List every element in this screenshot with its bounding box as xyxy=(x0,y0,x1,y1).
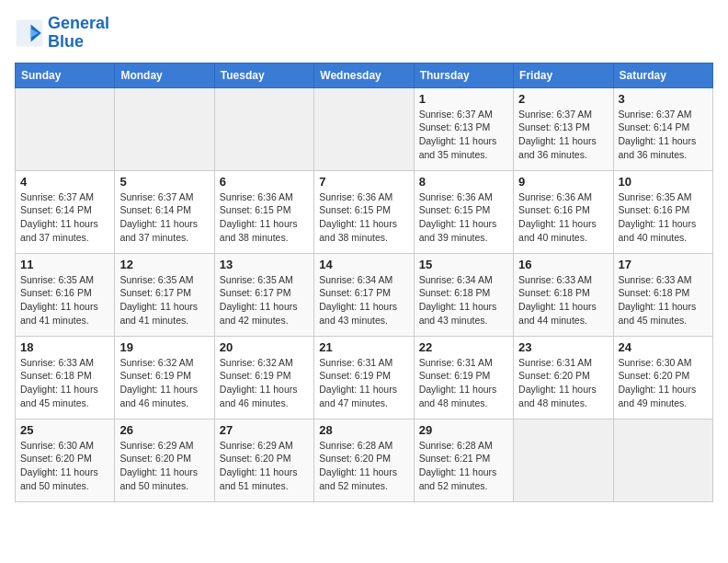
day-info: Sunrise: 6:36 AM Sunset: 6:15 PM Dayligh… xyxy=(319,190,408,245)
day-cell: 3Sunrise: 6:37 AM Sunset: 6:14 PM Daylig… xyxy=(613,87,712,170)
day-cell: 13Sunrise: 6:35 AM Sunset: 6:17 PM Dayli… xyxy=(214,253,313,336)
day-info: Sunrise: 6:30 AM Sunset: 6:20 PM Dayligh… xyxy=(20,439,109,493)
column-header-thursday: Thursday xyxy=(414,63,513,87)
day-number: 19 xyxy=(119,340,209,354)
day-cell: 21Sunrise: 6:31 AM Sunset: 6:19 PM Dayli… xyxy=(314,336,414,419)
day-number: 7 xyxy=(319,175,408,189)
day-info: Sunrise: 6:31 AM Sunset: 6:19 PM Dayligh… xyxy=(319,356,408,410)
day-number: 14 xyxy=(319,258,408,271)
day-number: 16 xyxy=(518,258,608,271)
day-number: 23 xyxy=(518,340,608,354)
day-info: Sunrise: 6:35 AM Sunset: 6:17 PM Dayligh… xyxy=(220,273,309,327)
column-header-monday: Monday xyxy=(115,63,214,87)
day-cell: 7Sunrise: 6:36 AM Sunset: 6:15 PM Daylig… xyxy=(314,170,414,253)
day-number: 6 xyxy=(220,175,309,189)
week-row-3: 18Sunrise: 6:33 AM Sunset: 6:18 PM Dayli… xyxy=(16,336,713,419)
day-cell xyxy=(16,87,115,170)
day-info: Sunrise: 6:35 AM Sunset: 6:17 PM Dayligh… xyxy=(119,273,209,327)
day-number: 11 xyxy=(20,258,109,271)
calendar-table: SundayMondayTuesdayWednesdayThursdayFrid… xyxy=(15,63,713,502)
logo-text: General Blue xyxy=(48,15,109,52)
day-cell: 23Sunrise: 6:31 AM Sunset: 6:20 PM Dayli… xyxy=(514,336,613,419)
day-number: 13 xyxy=(220,258,309,271)
day-number: 21 xyxy=(319,340,408,354)
day-info: Sunrise: 6:32 AM Sunset: 6:19 PM Dayligh… xyxy=(119,356,209,410)
day-number: 2 xyxy=(518,92,608,106)
day-cell xyxy=(514,419,613,501)
day-info: Sunrise: 6:33 AM Sunset: 6:18 PM Dayligh… xyxy=(619,273,708,327)
day-info: Sunrise: 6:32 AM Sunset: 6:19 PM Dayligh… xyxy=(220,356,309,410)
day-number: 3 xyxy=(619,92,708,106)
day-cell: 29Sunrise: 6:28 AM Sunset: 6:21 PM Dayli… xyxy=(414,419,513,501)
day-number: 1 xyxy=(419,92,508,106)
day-number: 22 xyxy=(419,340,508,354)
day-cell: 28Sunrise: 6:28 AM Sunset: 6:20 PM Dayli… xyxy=(314,419,414,501)
page-header: General Blue xyxy=(15,15,713,52)
day-info: Sunrise: 6:29 AM Sunset: 6:20 PM Dayligh… xyxy=(119,439,209,493)
day-number: 10 xyxy=(619,175,708,189)
header-row: SundayMondayTuesdayWednesdayThursdayFrid… xyxy=(16,63,713,87)
day-cell: 20Sunrise: 6:32 AM Sunset: 6:19 PM Dayli… xyxy=(214,336,313,419)
day-number: 20 xyxy=(220,340,309,354)
day-info: Sunrise: 6:31 AM Sunset: 6:20 PM Dayligh… xyxy=(518,356,608,410)
day-info: Sunrise: 6:34 AM Sunset: 6:18 PM Dayligh… xyxy=(419,273,508,327)
day-number: 8 xyxy=(419,175,508,189)
day-cell: 10Sunrise: 6:35 AM Sunset: 6:16 PM Dayli… xyxy=(613,170,712,253)
column-header-friday: Friday xyxy=(514,63,613,87)
day-cell: 16Sunrise: 6:33 AM Sunset: 6:18 PM Dayli… xyxy=(514,253,613,336)
day-cell: 11Sunrise: 6:35 AM Sunset: 6:16 PM Dayli… xyxy=(16,253,115,336)
day-cell: 8Sunrise: 6:36 AM Sunset: 6:15 PM Daylig… xyxy=(414,170,513,253)
day-number: 17 xyxy=(619,258,708,271)
day-cell: 17Sunrise: 6:33 AM Sunset: 6:18 PM Dayli… xyxy=(613,253,712,336)
day-cell: 12Sunrise: 6:35 AM Sunset: 6:17 PM Dayli… xyxy=(115,253,214,336)
column-header-sunday: Sunday xyxy=(16,63,115,87)
day-info: Sunrise: 6:36 AM Sunset: 6:15 PM Dayligh… xyxy=(419,190,508,245)
day-info: Sunrise: 6:35 AM Sunset: 6:16 PM Dayligh… xyxy=(619,190,708,245)
week-row-1: 4Sunrise: 6:37 AM Sunset: 6:14 PM Daylig… xyxy=(16,170,713,253)
day-number: 29 xyxy=(419,423,508,437)
day-info: Sunrise: 6:28 AM Sunset: 6:21 PM Dayligh… xyxy=(419,439,508,493)
day-info: Sunrise: 6:37 AM Sunset: 6:13 PM Dayligh… xyxy=(518,108,608,162)
week-row-4: 25Sunrise: 6:30 AM Sunset: 6:20 PM Dayli… xyxy=(16,419,713,501)
day-cell: 18Sunrise: 6:33 AM Sunset: 6:18 PM Dayli… xyxy=(16,336,115,419)
day-number: 18 xyxy=(20,340,109,354)
day-number: 24 xyxy=(619,340,708,354)
column-header-saturday: Saturday xyxy=(613,63,712,87)
day-number: 26 xyxy=(119,423,209,437)
day-cell: 2Sunrise: 6:37 AM Sunset: 6:13 PM Daylig… xyxy=(514,87,613,170)
day-cell: 27Sunrise: 6:29 AM Sunset: 6:20 PM Dayli… xyxy=(214,419,313,501)
week-row-2: 11Sunrise: 6:35 AM Sunset: 6:16 PM Dayli… xyxy=(16,253,713,336)
day-cell xyxy=(115,87,214,170)
calendar-header: SundayMondayTuesdayWednesdayThursdayFrid… xyxy=(16,63,713,87)
day-cell: 25Sunrise: 6:30 AM Sunset: 6:20 PM Dayli… xyxy=(16,419,115,501)
day-cell: 1Sunrise: 6:37 AM Sunset: 6:13 PM Daylig… xyxy=(414,87,513,170)
day-number: 28 xyxy=(319,423,408,437)
day-number: 27 xyxy=(220,423,309,437)
day-cell: 9Sunrise: 6:36 AM Sunset: 6:16 PM Daylig… xyxy=(514,170,613,253)
day-info: Sunrise: 6:36 AM Sunset: 6:16 PM Dayligh… xyxy=(518,190,608,245)
day-cell: 15Sunrise: 6:34 AM Sunset: 6:18 PM Dayli… xyxy=(414,253,513,336)
day-cell: 6Sunrise: 6:36 AM Sunset: 6:15 PM Daylig… xyxy=(214,170,313,253)
day-info: Sunrise: 6:36 AM Sunset: 6:15 PM Dayligh… xyxy=(220,190,309,245)
day-info: Sunrise: 6:28 AM Sunset: 6:20 PM Dayligh… xyxy=(319,439,408,493)
day-info: Sunrise: 6:29 AM Sunset: 6:20 PM Dayligh… xyxy=(220,439,309,493)
day-info: Sunrise: 6:37 AM Sunset: 6:14 PM Dayligh… xyxy=(619,108,708,162)
day-number: 5 xyxy=(119,175,209,189)
day-number: 25 xyxy=(20,423,109,437)
day-info: Sunrise: 6:37 AM Sunset: 6:14 PM Dayligh… xyxy=(119,190,209,245)
day-cell: 5Sunrise: 6:37 AM Sunset: 6:14 PM Daylig… xyxy=(115,170,214,253)
day-info: Sunrise: 6:33 AM Sunset: 6:18 PM Dayligh… xyxy=(20,356,109,410)
day-info: Sunrise: 6:34 AM Sunset: 6:17 PM Dayligh… xyxy=(319,273,408,327)
day-number: 12 xyxy=(119,258,209,271)
week-row-0: 1Sunrise: 6:37 AM Sunset: 6:13 PM Daylig… xyxy=(16,87,713,170)
day-number: 15 xyxy=(419,258,508,271)
day-cell xyxy=(214,87,313,170)
calendar-body: 1Sunrise: 6:37 AM Sunset: 6:13 PM Daylig… xyxy=(16,87,713,501)
day-cell xyxy=(613,419,712,501)
column-header-wednesday: Wednesday xyxy=(314,63,414,87)
day-cell: 19Sunrise: 6:32 AM Sunset: 6:19 PM Dayli… xyxy=(115,336,214,419)
day-cell: 26Sunrise: 6:29 AM Sunset: 6:20 PM Dayli… xyxy=(115,419,214,501)
logo-icon xyxy=(15,18,44,48)
day-info: Sunrise: 6:30 AM Sunset: 6:20 PM Dayligh… xyxy=(619,356,708,410)
day-number: 9 xyxy=(518,175,608,189)
